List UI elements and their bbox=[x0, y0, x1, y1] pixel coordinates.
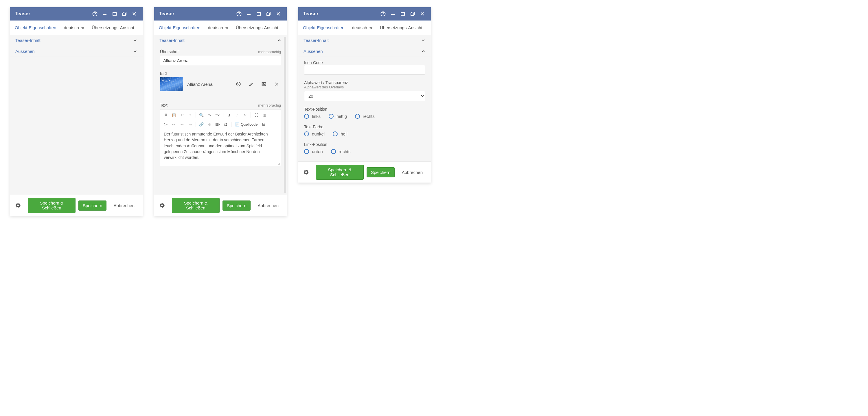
titlebar: Teaser bbox=[10, 7, 143, 21]
cancel-button[interactable]: Abbrechen bbox=[398, 168, 427, 177]
toolbar-ul-icon[interactable]: •≡ bbox=[170, 120, 178, 128]
image-edit-button[interactable] bbox=[247, 80, 255, 89]
dialog-appearance-expanded: Teaser Objekt-Eigenschaften deutsch Über… bbox=[298, 7, 431, 183]
titlebar: Teaser bbox=[298, 7, 431, 21]
language-select[interactable]: deutsch bbox=[64, 25, 84, 30]
toolbar-find-icon[interactable]: 🔍 bbox=[197, 111, 205, 119]
image-disable-button[interactable] bbox=[234, 80, 243, 89]
radio-text-pos-right[interactable]: rechts bbox=[355, 114, 375, 119]
help-button[interactable] bbox=[378, 7, 388, 21]
toolbar-italic-icon[interactable]: I bbox=[233, 111, 241, 119]
radio-text-color-light[interactable]: hell bbox=[333, 132, 347, 136]
field-headline: Überschrift mehrsprachig bbox=[160, 49, 281, 65]
help-button[interactable] bbox=[90, 7, 100, 21]
toolbar-redo-icon[interactable]: ↷ bbox=[186, 111, 194, 119]
close-button[interactable] bbox=[129, 7, 139, 21]
toolbar-replace-icon[interactable]: ᵇ⁄ₐ bbox=[206, 111, 213, 119]
headline-input[interactable] bbox=[160, 56, 281, 65]
radio-label: rechts bbox=[339, 149, 351, 154]
toolbar-paste-icon[interactable]: 📋 bbox=[170, 111, 178, 119]
radio-link-pos-bottom[interactable]: unten bbox=[304, 149, 323, 154]
toolbar-unlink-icon[interactable]: ⊘ bbox=[206, 120, 213, 128]
toolbar-link-icon[interactable]: 🔗 bbox=[197, 120, 205, 128]
maximize-button[interactable] bbox=[110, 7, 120, 21]
save-close-button[interactable]: Speichern & Schließen bbox=[172, 198, 220, 213]
section-appearance[interactable]: Aussehen bbox=[298, 46, 431, 57]
toolbar-clearformat-icon[interactable]: I× bbox=[241, 111, 249, 119]
icon-code-input[interactable] bbox=[304, 65, 425, 74]
close-button[interactable] bbox=[417, 7, 427, 21]
maximize-button[interactable] bbox=[254, 7, 264, 21]
save-close-button[interactable]: Speichern & Schließen bbox=[316, 165, 364, 180]
radio-link-pos-right[interactable]: rechts bbox=[331, 149, 351, 154]
icon-code-label: Icon-Code bbox=[304, 60, 425, 65]
radio-text-pos-mid[interactable]: mittig bbox=[329, 114, 347, 119]
chevron-down-icon bbox=[421, 38, 426, 43]
section-teaser-content[interactable]: Teaser-Inhalt bbox=[298, 35, 431, 46]
toolbar-undo-icon[interactable]: ↶ bbox=[178, 111, 186, 119]
alpha-select[interactable]: 20 bbox=[304, 91, 425, 101]
tab-translation-view[interactable]: Übersetzungs-Ansicht bbox=[236, 25, 278, 30]
toolbar-table-icon[interactable]: ▦▾ bbox=[214, 120, 221, 128]
toolbar-blocks-icon[interactable]: ▥ bbox=[261, 111, 268, 119]
toolbar-bold-icon[interactable]: B bbox=[225, 111, 232, 119]
toolbar-indent-icon[interactable]: ⇥ bbox=[186, 120, 194, 128]
minimize-button[interactable] bbox=[100, 7, 110, 21]
settings-button[interactable] bbox=[14, 201, 22, 210]
image-thumbnail[interactable] bbox=[160, 77, 183, 91]
save-button[interactable]: Speichern bbox=[367, 167, 395, 177]
maximize-button[interactable] bbox=[398, 7, 408, 21]
restore-button[interactable] bbox=[408, 7, 417, 21]
tab-translation-view[interactable]: Übersetzungs-Ansicht bbox=[92, 25, 134, 30]
resize-handle-icon[interactable] bbox=[277, 162, 280, 165]
toolbar-ol-icon[interactable]: 1≡ bbox=[162, 120, 169, 128]
settings-button[interactable] bbox=[158, 201, 166, 210]
toolbar-source-button[interactable]: 📄 Quellcode bbox=[233, 120, 259, 128]
save-button[interactable]: Speichern bbox=[79, 201, 107, 211]
help-button[interactable] bbox=[234, 7, 244, 21]
save-button[interactable]: Speichern bbox=[222, 201, 251, 211]
save-close-button[interactable]: Speichern & Schließen bbox=[28, 198, 75, 213]
minimize-button[interactable] bbox=[244, 7, 254, 21]
window-title: Teaser bbox=[303, 11, 378, 17]
toolbar-template-icon[interactable]: 🗎 bbox=[260, 120, 268, 128]
language-select[interactable]: deutsch bbox=[352, 25, 372, 30]
radio-label: mittig bbox=[337, 114, 347, 119]
close-button[interactable] bbox=[273, 7, 283, 21]
text-pos-label: Text-Position bbox=[304, 107, 425, 111]
minimize-button[interactable] bbox=[388, 7, 398, 21]
editor-textarea[interactable]: Der futuristisch anmutende Entwurf der B… bbox=[160, 128, 281, 166]
toolbar-outdent-icon[interactable]: ⇤ bbox=[178, 120, 186, 128]
toolbar-spellcheck-icon[interactable]: ᴬᴮ✓ bbox=[214, 111, 221, 119]
tab-object-properties[interactable]: Objekt-Eigenschaften bbox=[15, 25, 56, 30]
language-select[interactable]: deutsch bbox=[208, 25, 228, 30]
radio-label: rechts bbox=[363, 114, 375, 119]
section-teaser-content[interactable]: Teaser-Inhalt bbox=[10, 35, 143, 46]
image-select-button[interactable] bbox=[259, 80, 268, 89]
dialog-content-expanded: Teaser Objekt-Eigenschaften deutsch Über… bbox=[154, 7, 287, 216]
field-text-color: Text-Farbe dunkel hell bbox=[304, 125, 425, 136]
source-label: Quellcode bbox=[241, 122, 258, 127]
settings-button[interactable] bbox=[302, 168, 310, 176]
image-remove-button[interactable] bbox=[272, 80, 281, 89]
radio-text-pos-left[interactable]: links bbox=[304, 114, 320, 119]
toolbar-fullscreen-icon[interactable]: ⛶ bbox=[253, 111, 260, 119]
restore-button[interactable] bbox=[120, 7, 129, 21]
field-text-position: Text-Position links mittig rechts bbox=[304, 107, 425, 119]
section-appearance[interactable]: Aussehen bbox=[10, 46, 143, 57]
cancel-button[interactable]: Abbrechen bbox=[110, 201, 138, 210]
tab-translation-view[interactable]: Übersetzungs-Ansicht bbox=[380, 25, 423, 30]
text-color-label: Text-Farbe bbox=[304, 125, 425, 129]
section-teaser-content[interactable]: Teaser-Inhalt bbox=[154, 35, 287, 46]
tab-object-properties[interactable]: Objekt-Eigenschaften bbox=[159, 25, 200, 30]
toolbar-copy-icon[interactable]: ⧉ bbox=[162, 111, 169, 119]
restore-button[interactable] bbox=[264, 7, 273, 21]
scrollbar[interactable] bbox=[284, 37, 286, 193]
radio-text-color-dark[interactable]: dunkel bbox=[304, 132, 324, 136]
dialog-footer: Speichern & Schließen Speichern Abbreche… bbox=[154, 195, 287, 216]
cancel-button[interactable]: Abbrechen bbox=[253, 201, 283, 210]
toolbar-specialchar-icon[interactable]: Ω bbox=[222, 120, 229, 128]
dialog-body: Teaser-Inhalt Aussehen bbox=[10, 35, 143, 195]
tab-object-properties[interactable]: Objekt-Eigenschaften bbox=[303, 25, 344, 30]
link-pos-label: Link-Position bbox=[304, 142, 425, 147]
